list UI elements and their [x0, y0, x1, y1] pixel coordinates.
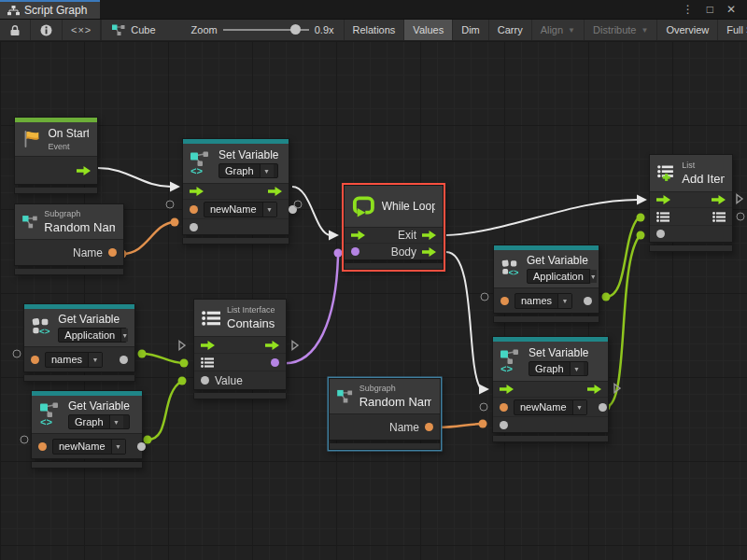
item-input-port[interactable]: [656, 230, 665, 238]
node-list-add-item[interactable]: List Add Item: [649, 154, 733, 252]
node-get-variable-app-left[interactable]: <> Get Variable Application ▼ na: [23, 303, 135, 382]
control-input-port[interactable]: [500, 385, 514, 394]
tab-script-graph[interactable]: Script Graph: [0, 0, 100, 19]
variable-name-dropdown[interactable]: newName ▼: [514, 399, 587, 415]
variable-scope-dropdown[interactable]: Graph ▼: [68, 414, 130, 429]
overview-button[interactable]: Overview: [657, 20, 718, 40]
port-label: Value: [215, 374, 243, 387]
value-output-port[interactable]: [584, 297, 592, 305]
node-on-start[interactable]: On Start Event: [14, 117, 98, 194]
node-subtitle: Event: [48, 142, 89, 151]
graph-canvas[interactable]: On Start Event: [0, 41, 747, 560]
inspect-button[interactable]: [31, 20, 63, 40]
exit-output-port[interactable]: [422, 231, 436, 240]
name-input-port[interactable]: [190, 205, 198, 214]
node-subgraph-random-name-left[interactable]: Subgraph Random Name Name: [14, 203, 124, 275]
wire-onstart-to-setvar[interactable]: [98, 168, 180, 192]
close-icon[interactable]: ✕: [726, 3, 736, 16]
body-output-port[interactable]: [422, 247, 436, 257]
control-output-port[interactable]: [587, 385, 601, 394]
name-output-port[interactable]: [108, 248, 117, 257]
node-while-loop[interactable]: While Loop Exit Body: [344, 185, 444, 270]
wire-getvarL-newname-to-contains-value[interactable]: [144, 377, 187, 444]
variable-scope-dropdown[interactable]: Application ▼: [58, 328, 127, 343]
condition-input-port[interactable]: [351, 247, 359, 256]
variable-name-dropdown[interactable]: names ▼: [514, 293, 572, 309]
variables-toggle-button[interactable]: <×>: [63, 20, 101, 40]
control-input-port[interactable]: [656, 195, 670, 204]
control-output-port[interactable]: [712, 195, 726, 204]
variable-scope-dropdown[interactable]: Graph ▼: [529, 361, 588, 376]
node-set-variable-left[interactable]: <> Set Variable Graph ▼: [182, 138, 289, 245]
zoom-slider[interactable]: [223, 29, 309, 31]
unconnected-value-indicator: [294, 201, 303, 209]
value-input-port[interactable]: [201, 376, 209, 385]
svg-text:<>: <>: [500, 364, 514, 373]
value-input-port[interactable]: [190, 223, 198, 231]
wire-contains-to-while-condition[interactable]: [277, 249, 343, 368]
control-input-port[interactable]: [351, 231, 365, 240]
control-output-port[interactable]: [265, 341, 279, 350]
distribute-button[interactable]: Distribute▼: [585, 20, 657, 40]
name-output-port[interactable]: [425, 423, 433, 431]
wire-while-exit-to-additem[interactable]: [446, 195, 647, 236]
node-get-variable-graph-left[interactable]: <> Get Variable Graph ▼ newName: [31, 390, 143, 469]
wire-setvar-to-while[interactable]: [292, 187, 339, 241]
maximize-icon[interactable]: □: [707, 3, 713, 16]
zoom-control: Zoom 0.9x: [182, 20, 344, 40]
node-footer: [193, 393, 287, 399]
unconnected-value-indicator: [481, 293, 489, 301]
port-label: Name: [73, 246, 103, 259]
unconnected-control-indicator: [736, 191, 744, 208]
control-input-port[interactable]: [201, 341, 215, 350]
port-label: Name: [389, 421, 419, 434]
node-set-variable-right[interactable]: <> Set Variable Graph ▼: [492, 336, 609, 442]
node-list-contains[interactable]: List Interface Contains: [193, 299, 287, 399]
lock-button[interactable]: [0, 20, 31, 40]
unconnected-value-indicator: [480, 403, 488, 412]
variable-name-dropdown[interactable]: newName ▼: [204, 202, 277, 217]
variable-scope-dropdown[interactable]: Application ▼: [527, 269, 591, 284]
value-output-port[interactable]: [120, 356, 128, 364]
control-input-port[interactable]: [190, 187, 204, 196]
chevron-down-icon: ▼: [589, 270, 597, 283]
value-output-port[interactable]: [599, 403, 607, 412]
dim-button[interactable]: Dim: [453, 20, 489, 40]
name-input-port[interactable]: [500, 403, 508, 412]
relations-button[interactable]: Relations: [344, 20, 405, 40]
value-input-port[interactable]: [500, 421, 508, 429]
chevron-down-icon: ▼: [260, 164, 274, 177]
chevron-down-icon: ▼: [641, 26, 649, 35]
wire-while-body-to-setvar2[interactable]: [446, 252, 489, 395]
chevron-down-icon: ▼: [111, 440, 125, 454]
graph-target[interactable]: Cube: [102, 20, 164, 40]
list-output-port[interactable]: [712, 212, 726, 222]
values-button[interactable]: Values: [404, 20, 453, 40]
control-output-port[interactable]: [77, 166, 91, 175]
value-output-port[interactable]: [137, 442, 146, 451]
window-menu-icon[interactable]: ⋮: [683, 3, 694, 16]
wire-subgraphB-name-to-setvar2-value[interactable]: [434, 420, 487, 432]
fullscreen-button[interactable]: Full Screen: [718, 20, 747, 40]
carry-button[interactable]: Carry: [489, 20, 532, 40]
list-input-port[interactable]: [201, 357, 214, 368]
get-variable-icon: <>: [32, 315, 51, 340]
wire-subgraphL-name-to-setvar-value[interactable]: [119, 218, 179, 259]
list-input-port[interactable]: [656, 212, 669, 222]
svg-text:<>: <>: [509, 268, 519, 278]
node-footer: [329, 443, 441, 450]
variable-name-dropdown[interactable]: names ▼: [45, 352, 103, 368]
bool-output-port[interactable]: [271, 358, 279, 367]
node-get-variable-app-right[interactable]: <> Get Variable Application ▼ na: [493, 245, 599, 323]
name-input-port[interactable]: [31, 356, 39, 364]
wire-getvarR-names-to-additem-list[interactable]: [602, 214, 645, 301]
graph-target-label: Cube: [131, 24, 155, 35]
variable-scope-dropdown[interactable]: Graph ▼: [218, 163, 278, 178]
control-output-port[interactable]: [268, 187, 282, 196]
zoom-slider-thumb[interactable]: [290, 24, 301, 35]
name-input-port[interactable]: [500, 297, 509, 305]
align-button[interactable]: Align▼: [532, 20, 585, 40]
variable-name-dropdown[interactable]: newName ▼: [52, 439, 126, 455]
name-input-port[interactable]: [38, 442, 47, 451]
node-subgraph-random-name-bottom[interactable]: Subgraph Random Name Name: [329, 378, 441, 450]
